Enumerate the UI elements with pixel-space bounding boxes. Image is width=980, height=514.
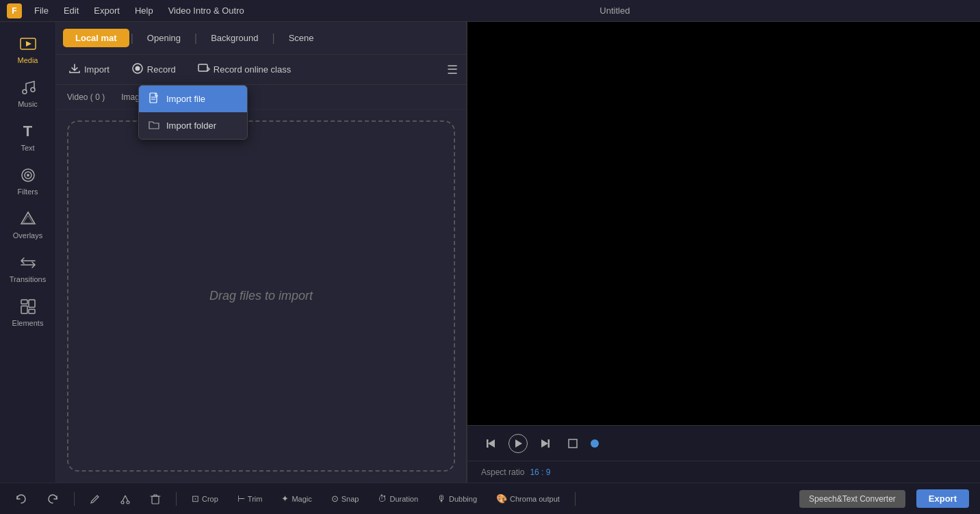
draw-button[interactable] (86, 491, 105, 507)
svg-rect-18 (487, 439, 489, 448)
snap-label: Snap (341, 495, 359, 503)
menu-file[interactable]: File (27, 4, 55, 17)
trim-button[interactable]: ⊢ Trim (233, 491, 267, 506)
svg-marker-19 (515, 439, 522, 448)
bottom-toolbar: ⊡ Crop ⊢ Trim ✦ Magic ⊙ Snap ⏱ Duration … (0, 483, 980, 514)
chroma-label: Chroma output (510, 495, 560, 503)
sidebar-label-music: Music (18, 100, 38, 108)
transitions-icon (18, 253, 38, 272)
dubbing-label: Dubbing (449, 495, 477, 503)
filters-icon (18, 166, 38, 185)
play-button[interactable] (508, 434, 528, 453)
prev-frame-button[interactable] (481, 434, 500, 453)
next-frame-button[interactable] (536, 434, 555, 453)
music-icon (18, 78, 38, 97)
main-layout: Media Music T Text (0, 22, 980, 483)
tab-scene[interactable]: Scene (276, 29, 326, 47)
filter-tabs: Video ( 0 ) Image ( 0 ) Audio ( 0 ) (56, 85, 466, 110)
crop-icon: ⊡ (192, 493, 199, 504)
sidebar-item-media[interactable]: Media (4, 29, 52, 70)
titlebar: F File Edit Export Help Video Intro & Ou… (0, 0, 980, 22)
aspect-ratio-bar: Aspect ratio 16 : 9 (467, 461, 980, 483)
aspect-ratio-label: Aspect ratio (481, 467, 524, 477)
chroma-button[interactable]: 🎨 Chroma output (492, 491, 564, 506)
speech-text-button[interactable]: Speech&Text Converter (799, 490, 905, 508)
stop-button[interactable] (563, 434, 582, 453)
svg-rect-15 (198, 64, 207, 71)
menu-help[interactable]: Help (128, 4, 160, 17)
sidebar-item-music[interactable]: Music (4, 73, 52, 114)
dropdown-import-folder[interactable]: Import folder (139, 112, 247, 139)
sidebar-label-elements: Elements (12, 319, 44, 327)
svg-rect-21 (548, 439, 550, 448)
svg-marker-1 (26, 41, 31, 47)
elements-icon (18, 297, 38, 316)
sidebar-label-filters: Filters (18, 188, 38, 196)
tab-background[interactable]: Background (198, 29, 270, 47)
record-button[interactable]: Record (127, 60, 180, 80)
magic-label: Magic (292, 495, 311, 503)
duration-label: Duration (389, 495, 418, 503)
text-icon: T (18, 122, 38, 141)
svg-marker-17 (488, 439, 495, 448)
cut-button[interactable] (116, 491, 135, 507)
duration-button[interactable]: ⏱ Duration (374, 491, 422, 506)
svg-point-3 (31, 88, 35, 92)
sidebar-label-transitions: Transitions (10, 275, 46, 283)
crop-label: Crop (202, 495, 218, 503)
dubbing-button[interactable]: 🎙 Dubbing (433, 491, 481, 506)
import-button[interactable]: Import (64, 60, 114, 79)
sidebar-item-filters[interactable]: Filters (4, 160, 52, 201)
sidebar-item-elements[interactable]: Elements (4, 292, 52, 333)
bottom-divider-2 (176, 492, 177, 506)
tab-opening[interactable]: Opening (135, 29, 193, 47)
trim-label: Trim (248, 495, 263, 503)
bottom-divider-3 (575, 492, 576, 506)
crop-button[interactable]: ⊡ Crop (188, 491, 222, 506)
sidebar-label-overlays: Overlays (13, 231, 42, 240)
chroma-icon: 🎨 (496, 493, 507, 504)
tabs-bar: Local mat | Opening | Background | Scene (56, 22, 466, 55)
svg-rect-11 (29, 300, 35, 307)
import-folder-label: Import folder (166, 120, 216, 131)
preview-area (467, 22, 980, 425)
export-button[interactable]: Export (916, 489, 969, 508)
list-icon[interactable]: ☰ (447, 62, 458, 77)
menubar: File Edit Export Help Video Intro & Outr… (27, 4, 251, 17)
magic-button[interactable]: ✦ Magic (277, 491, 315, 506)
sidebar-item-overlays[interactable]: Overlays (4, 204, 52, 245)
aspect-ratio-value: 16 : 9 (530, 467, 550, 477)
import-dropdown: Import file Import folder (138, 85, 248, 140)
playback-bar (467, 425, 980, 461)
folder-icon (149, 119, 159, 132)
dubbing-icon: 🎙 (437, 493, 446, 504)
record-online-button[interactable]: Record online class (194, 60, 295, 79)
sidebar-item-transitions[interactable]: Transitions (4, 248, 52, 289)
svg-marker-7 (21, 212, 35, 224)
record-label: Record (147, 64, 176, 75)
sidebar-label-text: Text (21, 144, 34, 152)
undo-button[interactable] (11, 490, 31, 508)
media-toolbar: Import Record Record onl (56, 55, 466, 85)
menu-export[interactable]: Export (87, 4, 127, 17)
magic-icon: ✦ (281, 493, 289, 504)
drop-zone-text: Drag files to import (209, 289, 313, 303)
dropdown-import-file[interactable]: Import file (139, 86, 247, 112)
menu-edit[interactable]: Edit (57, 4, 86, 17)
svg-rect-10 (21, 306, 27, 313)
media-panel: Local mat | Opening | Background | Scene… (56, 22, 467, 483)
sidebar: Media Music T Text (0, 22, 56, 483)
import-icon (68, 63, 81, 77)
drop-zone[interactable]: Drag files to import (67, 120, 455, 472)
sidebar-item-text[interactable]: T Text (4, 116, 52, 157)
delete-button[interactable] (146, 491, 165, 507)
snap-button[interactable]: ⊙ Snap (327, 491, 363, 506)
svg-rect-12 (29, 309, 35, 313)
bottom-divider-1 (74, 492, 75, 506)
app-logo: F (7, 3, 22, 18)
file-icon (149, 92, 159, 105)
filter-tab-video[interactable]: Video ( 0 ) (64, 91, 107, 103)
tab-local-mat[interactable]: Local mat (63, 29, 129, 47)
redo-button[interactable] (42, 490, 63, 508)
menu-video-intro[interactable]: Video Intro & Outro (162, 4, 251, 17)
